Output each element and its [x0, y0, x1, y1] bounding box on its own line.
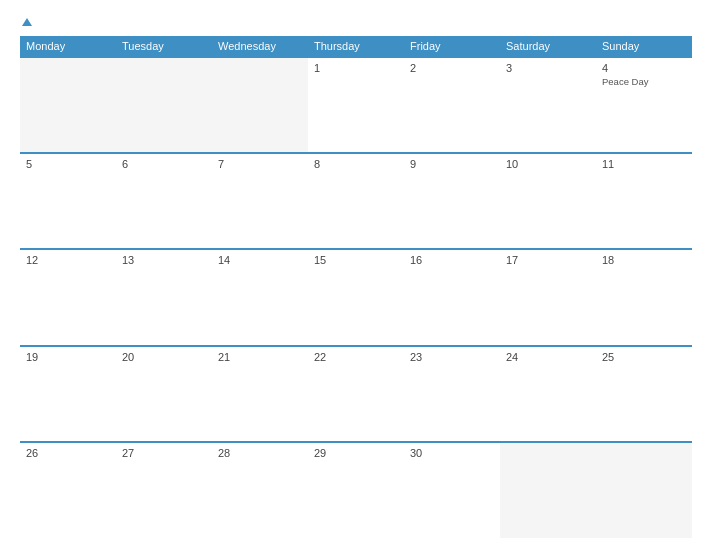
day-number: 17 — [506, 254, 590, 266]
calendar-cell: 27 — [116, 442, 212, 538]
calendar-cell: 24 — [500, 346, 596, 442]
calendar: MondayTuesdayWednesdayThursdayFridaySatu… — [20, 36, 692, 538]
logo-triangle-icon — [22, 18, 32, 26]
day-header-thursday: Thursday — [308, 36, 404, 57]
day-number: 8 — [314, 158, 398, 170]
day-number: 2 — [410, 62, 494, 74]
calendar-cell: 17 — [500, 249, 596, 345]
day-number: 12 — [26, 254, 110, 266]
day-number: 27 — [122, 447, 206, 459]
calendar-cell — [500, 442, 596, 538]
day-number: 23 — [410, 351, 494, 363]
day-header-monday: Monday — [20, 36, 116, 57]
calendar-cell: 14 — [212, 249, 308, 345]
calendar-cell: 28 — [212, 442, 308, 538]
calendar-cell: 13 — [116, 249, 212, 345]
day-number: 9 — [410, 158, 494, 170]
calendar-cell: 12 — [20, 249, 116, 345]
day-header-friday: Friday — [404, 36, 500, 57]
calendar-cell: 15 — [308, 249, 404, 345]
day-number: 4 — [602, 62, 686, 74]
day-number: 28 — [218, 447, 302, 459]
day-header-saturday: Saturday — [500, 36, 596, 57]
day-number: 6 — [122, 158, 206, 170]
calendar-cell: 6 — [116, 153, 212, 249]
day-number: 18 — [602, 254, 686, 266]
calendar-cell — [116, 57, 212, 153]
calendar-cell: 20 — [116, 346, 212, 442]
day-number: 1 — [314, 62, 398, 74]
calendar-cell: 21 — [212, 346, 308, 442]
calendar-table: MondayTuesdayWednesdayThursdayFridaySatu… — [20, 36, 692, 538]
calendar-header: MondayTuesdayWednesdayThursdayFridaySatu… — [20, 36, 692, 57]
calendar-cell: 10 — [500, 153, 596, 249]
day-header-row: MondayTuesdayWednesdayThursdayFridaySatu… — [20, 36, 692, 57]
calendar-cell: 29 — [308, 442, 404, 538]
calendar-cell: 23 — [404, 346, 500, 442]
calendar-cell: 11 — [596, 153, 692, 249]
day-header-wednesday: Wednesday — [212, 36, 308, 57]
calendar-cell: 5 — [20, 153, 116, 249]
header — [20, 18, 692, 26]
day-number: 15 — [314, 254, 398, 266]
calendar-cell: 1 — [308, 57, 404, 153]
day-number: 22 — [314, 351, 398, 363]
calendar-page: MondayTuesdayWednesdayThursdayFridaySatu… — [0, 0, 712, 550]
day-number: 29 — [314, 447, 398, 459]
calendar-cell — [20, 57, 116, 153]
week-row-1: 1234Peace Day — [20, 57, 692, 153]
week-row-2: 567891011 — [20, 153, 692, 249]
calendar-cell: 9 — [404, 153, 500, 249]
day-header-tuesday: Tuesday — [116, 36, 212, 57]
day-number: 13 — [122, 254, 206, 266]
day-number: 19 — [26, 351, 110, 363]
calendar-cell: 30 — [404, 442, 500, 538]
calendar-cell: 22 — [308, 346, 404, 442]
day-number: 10 — [506, 158, 590, 170]
day-number: 7 — [218, 158, 302, 170]
week-row-3: 12131415161718 — [20, 249, 692, 345]
calendar-cell — [212, 57, 308, 153]
calendar-cell: 25 — [596, 346, 692, 442]
calendar-cell: 18 — [596, 249, 692, 345]
day-number: 5 — [26, 158, 110, 170]
day-number: 26 — [26, 447, 110, 459]
calendar-cell: 7 — [212, 153, 308, 249]
week-row-5: 2627282930 — [20, 442, 692, 538]
calendar-cell: 8 — [308, 153, 404, 249]
day-number: 3 — [506, 62, 590, 74]
calendar-body: 1234Peace Day567891011121314151617181920… — [20, 57, 692, 538]
day-number: 25 — [602, 351, 686, 363]
day-number: 21 — [218, 351, 302, 363]
day-number: 20 — [122, 351, 206, 363]
day-number: 14 — [218, 254, 302, 266]
calendar-cell: 19 — [20, 346, 116, 442]
day-event: Peace Day — [602, 76, 686, 87]
calendar-cell: 3 — [500, 57, 596, 153]
day-number: 11 — [602, 158, 686, 170]
logo-area — [20, 18, 32, 26]
calendar-cell: 4Peace Day — [596, 57, 692, 153]
week-row-4: 19202122232425 — [20, 346, 692, 442]
day-number: 24 — [506, 351, 590, 363]
calendar-cell: 16 — [404, 249, 500, 345]
calendar-cell: 26 — [20, 442, 116, 538]
calendar-cell: 2 — [404, 57, 500, 153]
calendar-cell — [596, 442, 692, 538]
logo-general-row — [20, 18, 32, 26]
day-number: 16 — [410, 254, 494, 266]
day-number: 30 — [410, 447, 494, 459]
day-header-sunday: Sunday — [596, 36, 692, 57]
